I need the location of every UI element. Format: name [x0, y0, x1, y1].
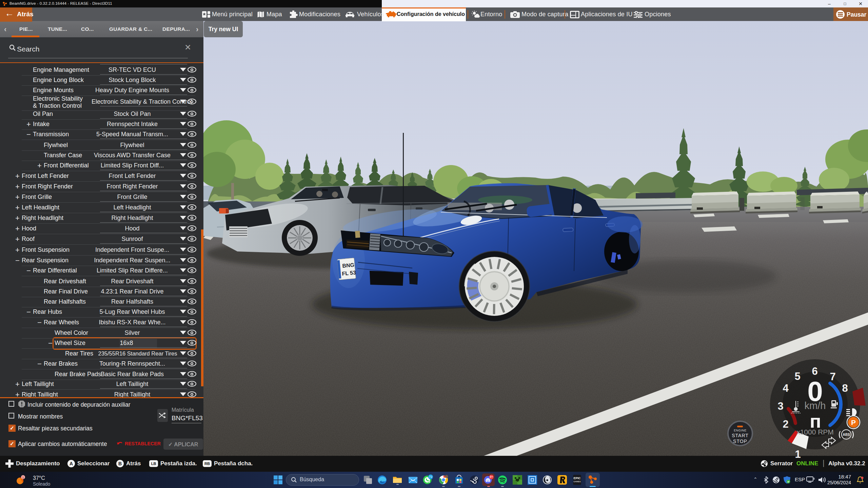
- svg-text:1: 1: [22, 476, 24, 479]
- svg-text:START: START: [732, 433, 749, 438]
- svg-text:8: 8: [842, 382, 848, 394]
- svg-text:7: 7: [830, 371, 835, 383]
- svg-text:BNG: BNG: [342, 262, 355, 269]
- svg-text:ABS: ABS: [843, 433, 850, 436]
- svg-text:72: 72: [429, 475, 432, 479]
- svg-text:EPIC: EPIC: [573, 476, 581, 480]
- svg-text:3: 3: [777, 400, 783, 412]
- svg-text:km/h: km/h: [805, 400, 826, 411]
- svg-text:2: 2: [783, 418, 788, 430]
- svg-text:FL 53: FL 53: [342, 270, 356, 277]
- svg-text:4: 4: [783, 382, 789, 394]
- svg-text:STOP: STOP: [733, 439, 747, 444]
- svg-text:ENGINE: ENGINE: [734, 429, 747, 432]
- svg-text:6: 6: [812, 365, 817, 377]
- svg-text:GAMES: GAMES: [573, 481, 581, 483]
- svg-text:5: 5: [794, 370, 800, 382]
- svg-text:9+: 9+: [490, 475, 493, 479]
- svg-text:x1000 RPM: x1000 RPM: [796, 428, 834, 436]
- svg-text:P: P: [851, 419, 856, 426]
